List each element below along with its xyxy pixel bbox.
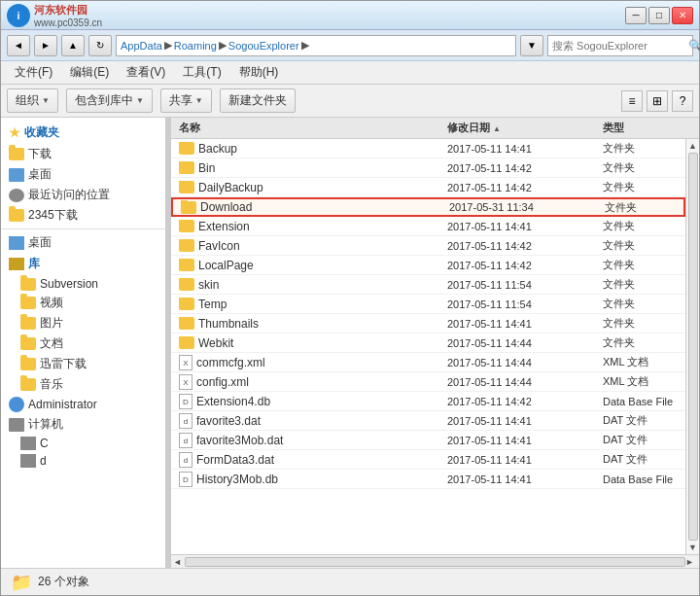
file-cell-name: DailyBackup [171,181,443,194]
recent-icon [9,189,24,202]
file-folder-icon [179,220,194,232]
file-row[interactable]: Temp2017-05-11 11:54文件夹 [171,295,685,314]
file-area: 名称 修改日期 ▲ 类型 Backup2017-05-11 14:41文件夹Bi… [171,118,699,568]
watermark-line1: 河东软件园 [34,3,102,18]
file-row[interactable]: Bin2017-05-11 14:42文件夹 [171,158,685,178]
hscroll-track[interactable] [185,557,685,567]
computer-icon [9,418,24,432]
scroll-up-button[interactable]: ▲ [688,141,697,151]
documents-folder-icon [20,337,36,350]
file-cell-type: XML 文档 [599,355,685,369]
file-cell-name: Xcommcfg.xml [171,355,443,370]
scroll-thumb[interactable] [688,153,698,541]
back-button[interactable]: ◄ [7,35,30,56]
file-cell-type: 文件夹 [599,297,685,311]
sidebar-item-download[interactable]: 下载 [1,144,165,164]
file-cell-type: 文件夹 [599,180,685,194]
sidebar-item-thunder[interactable]: 迅雷下载 [1,354,165,374]
file-folder-icon [179,161,194,174]
file-row[interactable]: Backup2017-05-11 14:41文件夹 [171,139,685,158]
file-cell-type: 文件夹 [599,238,685,253]
organize-button[interactable]: 组织 ▼ [7,88,58,113]
file-doc-icon: D [179,394,192,409]
help-button[interactable]: ? [672,90,693,112]
up-button[interactable]: ▲ [61,35,85,56]
sidebar-item-desktop[interactable]: 桌面 [1,164,165,185]
menu-help[interactable]: 帮助(H) [231,62,287,83]
file-doc-icon: d [179,452,192,468]
search-input[interactable] [552,40,686,52]
sidebar-item-video[interactable]: 视频 [1,293,165,313]
file-row[interactable]: FavIcon2017-05-11 14:42文件夹 [171,236,685,256]
address-dropdown-button[interactable]: ▼ [520,35,543,56]
column-name-header[interactable]: 名称 [171,121,443,135]
title-bar-left: i 河东软件园 www.pc0359.cn [7,3,102,28]
share-button[interactable]: 共享 ▼ [160,88,212,113]
thunder-folder-icon [20,358,36,370]
file-row[interactable]: Download2017-05-31 11:34文件夹 [171,197,685,217]
menu-view[interactable]: 查看(V) [119,62,173,83]
sidebar-item-computer[interactable]: 计算机 [1,414,165,435]
sidebar-item-desktop2[interactable]: 桌面 [1,232,165,253]
hscroll-right-button[interactable]: ► [685,557,697,567]
sidebar-item-administrator[interactable]: Administrator [1,395,165,414]
sidebar-item-drive-c[interactable]: C [1,435,165,452]
search-icon[interactable]: 🔍 [688,39,700,53]
breadcrumb-sogouexplorer[interactable]: SogouExplorer [228,40,299,52]
vertical-scrollbar[interactable]: ▲ ▼ [685,139,699,554]
close-button[interactable]: ✕ [672,7,693,24]
column-header: 名称 修改日期 ▲ 类型 [171,118,699,139]
file-row[interactable]: LocalPage2017-05-11 14:42文件夹 [171,256,685,275]
file-row[interactable]: dfavorite3Mob.dat2017-05-11 14:41DAT 文件 [171,431,685,450]
sidebar-item-music[interactable]: 音乐 [1,374,165,395]
file-row[interactable]: Xconfig.xml2017-05-11 14:44XML 文档 [171,372,685,392]
minimize-button[interactable]: ─ [625,7,647,24]
file-row[interactable]: Webkit2017-05-11 14:44文件夹 [171,333,685,353]
new-folder-button[interactable]: 新建文件夹 [220,88,296,113]
status-folder-icon: 📁 [11,572,32,593]
horizontal-scrollbar[interactable]: ◄ ► [171,554,699,568]
file-cell-name: Temp [171,298,443,311]
column-type-header[interactable]: 类型 [599,121,699,135]
sidebar-item-pictures[interactable]: 图片 [1,313,165,333]
library-icon [9,258,24,270]
file-row[interactable]: DailyBackup2017-05-11 14:42文件夹 [171,178,685,197]
menu-bar: 文件(F) 编辑(E) 查看(V) 工具(T) 帮助(H) [1,61,699,85]
sidebar-item-recent[interactable]: 最近访问的位置 [1,185,165,205]
view-grid-button[interactable]: ⊞ [647,90,668,112]
menu-file[interactable]: 文件(F) [7,62,60,83]
desktop-icon [9,168,24,182]
sidebar-item-drive-d[interactable]: d [1,452,165,470]
file-row[interactable]: skin2017-05-11 11:54文件夹 [171,275,685,295]
hscroll-left-button[interactable]: ◄ [173,557,185,567]
breadcrumb-bar[interactable]: AppData ▶ Roaming ▶ SogouExplorer ▶ [116,35,516,56]
column-date-header[interactable]: 修改日期 ▲ [443,121,599,135]
file-doc-icon: X [179,374,192,390]
include-in-library-button[interactable]: 包含到库中 ▼ [66,88,153,113]
menu-tools[interactable]: 工具(T) [175,62,228,83]
refresh-button[interactable]: ↻ [88,35,112,56]
breadcrumb-roaming[interactable]: Roaming [174,40,217,52]
file-row[interactable]: Thumbnails2017-05-11 14:41文件夹 [171,314,685,333]
file-cell-type: Data Base File [599,473,685,485]
sidebar-item-2345download[interactable]: 2345下载 [1,205,165,226]
file-cell-name: DExtension4.db [171,394,443,409]
file-row[interactable]: Xcommcfg.xml2017-05-11 14:44XML 文档 [171,353,685,372]
file-row[interactable]: dFormData3.dat2017-05-11 14:41DAT 文件 [171,450,685,470]
view-list-button[interactable]: ≡ [621,90,643,112]
file-row[interactable]: DExtension4.db2017-05-11 14:42Data Base … [171,392,685,411]
2345download-folder-icon [9,209,24,222]
menu-edit[interactable]: 编辑(E) [62,62,117,83]
file-row[interactable]: Extension2017-05-11 14:41文件夹 [171,217,685,236]
sidebar-item-documents[interactable]: 文档 [1,333,165,354]
file-row[interactable]: DHistory3Mob.db2017-05-11 14:41Data Base… [171,470,685,489]
forward-button[interactable]: ► [34,35,57,56]
scroll-down-button[interactable]: ▼ [688,543,697,552]
file-folder-icon [179,278,194,291]
sidebar-item-subversion[interactable]: Subversion [1,275,165,293]
file-row[interactable]: dfavorite3.dat2017-05-11 14:41DAT 文件 [171,411,685,431]
include-dropdown-icon: ▼ [136,96,144,105]
breadcrumb-appdata[interactable]: AppData [121,40,162,52]
maximize-button[interactable]: □ [648,7,670,24]
subversion-icon [20,278,36,291]
